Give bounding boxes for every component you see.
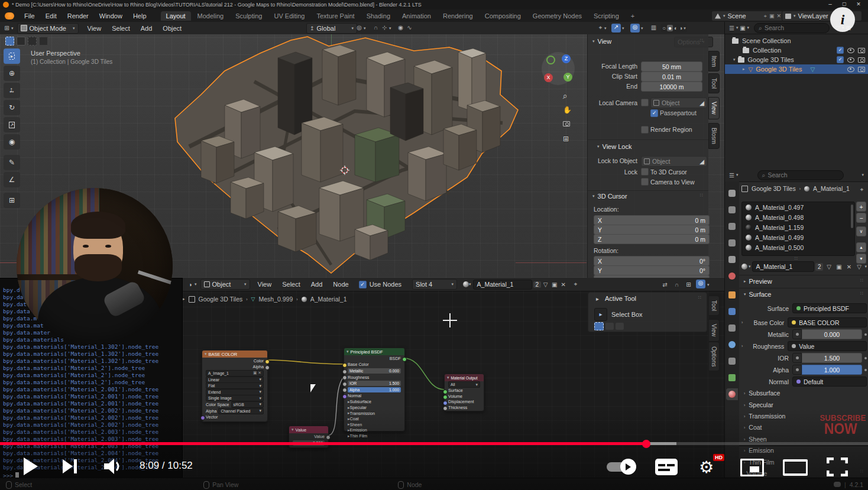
- add-slot-button[interactable]: +: [856, 202, 866, 212]
- alpha-slider[interactable]: 1.000: [802, 365, 862, 375]
- anim-decorator[interactable]: [864, 357, 867, 359]
- tab-shading[interactable]: Shading: [361, 11, 396, 21]
- tool-annotate[interactable]: ✎: [4, 155, 20, 170]
- outliner-row-google-3d-tiles-collection[interactable]: ▾ Google 3D Tiles ✓: [725, 55, 868, 64]
- ior-slider[interactable]: 1.500: [802, 353, 862, 363]
- select-intersect-icon[interactable]: [39, 37, 48, 46]
- shader-editor[interactable]: ◑▾ Object▾ View Select Add Node ✓ Use No…: [182, 278, 725, 478]
- tool-move[interactable]: ↔↕: [4, 83, 20, 98]
- theater-mode-button[interactable]: [783, 459, 808, 476]
- socket-color-out[interactable]: [265, 359, 270, 364]
- view-panel-header[interactable]: ▾View: [592, 38, 611, 45]
- tab-tool-icon[interactable]: [728, 190, 736, 197]
- menu-render[interactable]: Render: [62, 12, 94, 20]
- exclude-checkbox[interactable]: ✓: [837, 47, 844, 54]
- source-dropdown[interactable]: Single Image▾: [206, 395, 264, 401]
- socket-ior-in[interactable]: [342, 382, 347, 387]
- users-count-badge[interactable]: 2: [815, 263, 824, 271]
- gizmo-axis-y[interactable]: Y: [563, 73, 572, 82]
- tab-scene-icon[interactable]: [728, 256, 736, 263]
- properties-editor-type-icon[interactable]: ☰: [727, 172, 736, 179]
- add-workspace-button[interactable]: +: [626, 11, 640, 21]
- anim-decorator[interactable]: [864, 333, 867, 336]
- disable-render-icon[interactable]: [858, 57, 865, 63]
- panel-grip[interactable]: ∷: [700, 193, 704, 198]
- tool-cursor[interactable]: ⊕: [4, 66, 20, 81]
- vp-menu-view[interactable]: View: [82, 25, 107, 32]
- cursor-loc-z[interactable]: Z0 m: [594, 234, 710, 244]
- outliner-row-google-3d-tiles-object[interactable]: ▸ ▽ Google 3D Tiles ▽: [725, 64, 868, 74]
- shader-overlays-toggle-icon[interactable]: ◎: [696, 280, 705, 288]
- cursor-loc-x[interactable]: X0 m: [594, 215, 710, 225]
- tool-select-box[interactable]: ▸: [4, 48, 20, 64]
- panel-subsurface[interactable]: ›Subsurface: [744, 390, 780, 397]
- extension-dropdown[interactable]: Extend▾: [206, 389, 264, 395]
- fake-user-shield-icon[interactable]: ▽: [824, 264, 833, 270]
- outliner-filter-icon[interactable]: ▣: [739, 25, 747, 31]
- clip-start-field[interactable]: 0.01 m: [641, 72, 702, 82]
- select-new-icon[interactable]: [5, 37, 14, 46]
- tab-particles-icon[interactable]: [728, 324, 736, 332]
- tab-material-icon[interactable]: [728, 391, 736, 398]
- gizmos-toggle-icon[interactable]: ↗: [611, 24, 621, 33]
- shader-mode-dropdown[interactable]: Object▾: [200, 279, 250, 290]
- alpha-mode-dropdown[interactable]: Channel Packed▾: [218, 408, 264, 414]
- anim-decorator[interactable]: [864, 369, 867, 371]
- socket-value-out[interactable]: [326, 435, 331, 440]
- material-icon[interactable]: [741, 264, 747, 270]
- pin-icon[interactable]: ⌖: [571, 281, 580, 288]
- scene-selector[interactable]: ▾ Scene ⌖ ▣ ✕: [711, 11, 785, 21]
- tab-output-icon[interactable]: [728, 223, 736, 230]
- autoplay-toggle[interactable]: [607, 462, 635, 472]
- alpha-slider[interactable]: Alpha1.000: [348, 387, 401, 392]
- fake-user-shield-icon[interactable]: ▽: [541, 281, 550, 288]
- preview-panel-header[interactable]: ▸Preview: [744, 278, 772, 285]
- copy-material-icon[interactable]: ▣: [550, 281, 559, 288]
- expander[interactable]: ›: [741, 320, 743, 324]
- socket-decorator[interactable]: [792, 353, 802, 363]
- gizmo-axis-x[interactable]: X: [544, 73, 553, 82]
- cursor-rot-y[interactable]: Y0°: [594, 265, 710, 275]
- maximize-button[interactable]: ▢: [837, 1, 851, 7]
- shader-tab-view[interactable]: View: [708, 319, 720, 342]
- progress-scrubber[interactable]: [642, 440, 650, 448]
- next-button[interactable]: [63, 459, 78, 473]
- socket-decorator[interactable]: [792, 365, 802, 375]
- shader-tab-tool[interactable]: Tool: [708, 296, 720, 316]
- shader-editor-type-icon[interactable]: ◑: [186, 281, 195, 288]
- material-icon[interactable]: [463, 281, 469, 287]
- passepartout-checkbox[interactable]: ✓: [650, 109, 658, 117]
- copy-icon[interactable]: ▣: [834, 264, 843, 270]
- vp-menu-object[interactable]: Object: [157, 25, 187, 32]
- material-slot-list[interactable]: A_Material_0.497 A_Material_0.498 A_Mate…: [741, 202, 855, 256]
- tab-layout[interactable]: Layout: [161, 11, 191, 21]
- pan-hand-icon[interactable]: ✋: [563, 106, 572, 114]
- move-slot-up-button[interactable]: ▲: [856, 242, 866, 252]
- proportional-editing-icon[interactable]: ◉: [396, 24, 405, 31]
- tab-object-icon[interactable]: [728, 291, 736, 298]
- socket-thickness-in[interactable]: [443, 406, 448, 411]
- pivot-icon[interactable]: ◎: [355, 24, 364, 31]
- menu-window[interactable]: Window: [94, 12, 128, 20]
- miniplayer-button[interactable]: [740, 459, 764, 476]
- fullscreen-button[interactable]: [827, 457, 848, 476]
- camera-to-view-checkbox[interactable]: [641, 178, 649, 186]
- pin-icon[interactable]: ⌖: [857, 186, 866, 193]
- active-tool-row[interactable]: ▸ Select Box: [594, 308, 643, 321]
- view-lock-header[interactable]: ▾View Lock: [597, 143, 631, 150]
- use-nodes-checkbox[interactable]: ✓: [359, 281, 367, 288]
- volume-button[interactable]: [104, 459, 122, 474]
- material-name-field[interactable]: A_Material_1: [752, 261, 814, 272]
- shading-solid-icon[interactable]: ●: [667, 25, 673, 31]
- to-3d-cursor-checkbox[interactable]: [641, 168, 649, 176]
- panel-grip[interactable]: ∷: [698, 295, 702, 300]
- camera-view-icon[interactable]: [563, 121, 570, 128]
- zoom-icon[interactable]: ⌕: [563, 91, 568, 101]
- node-principled-bsdf[interactable]: ▾Principled BSDF BSDF Base Color Metalli…: [344, 348, 405, 431]
- base-color-link[interactable]: BASE COLOR: [788, 317, 867, 327]
- menu-edit[interactable]: Edit: [40, 12, 62, 20]
- select-new-icon[interactable]: [594, 322, 604, 330]
- eyedropper-icon[interactable]: ◢: [699, 158, 704, 165]
- close-icon[interactable]: ✕: [776, 13, 781, 19]
- video-info-button[interactable]: i: [830, 7, 855, 32]
